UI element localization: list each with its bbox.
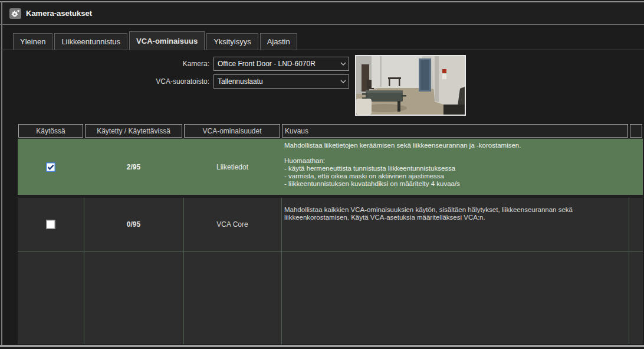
tab-liikkeentunnistus[interactable]: Liikkeentunnistus bbox=[54, 33, 127, 50]
vca-stream-label: VCA-suoratoisto: bbox=[133, 77, 209, 86]
tab-panel-border bbox=[0, 50, 644, 50]
vca-core-checkbox[interactable] bbox=[46, 220, 55, 229]
window-bottom-border bbox=[0, 345, 644, 347]
feature-name: VCA Core bbox=[183, 198, 281, 251]
vca-stream-select-value: Tallennuslaatu bbox=[214, 77, 338, 86]
tab-ajastin[interactable]: Ajastin bbox=[260, 33, 297, 50]
chevron-down-icon bbox=[338, 62, 349, 66]
camera-select[interactable]: Office Front Door - LND-6070R bbox=[213, 57, 349, 71]
camera-label: Kamera: bbox=[133, 60, 209, 68]
column-header-spacer bbox=[630, 124, 642, 138]
titlebar-separator bbox=[0, 24, 644, 25]
feature-name: Liiketiedot bbox=[183, 139, 281, 195]
vca-feature-table: 2/95 Liiketiedot Mahdollistaa liiketieto… bbox=[18, 138, 643, 344]
camera-settings-window: Kamera-asetukset Yleinen Liikkeentunnist… bbox=[0, 0, 644, 349]
used-available-value: 0/95 bbox=[84, 198, 183, 251]
camera-preview-image bbox=[355, 55, 466, 116]
vca-stream-select[interactable]: Tallennuslaatu bbox=[213, 74, 349, 89]
tab-vca-ominaisuus[interactable]: VCA-ominaisuus bbox=[129, 31, 205, 50]
grid-line bbox=[18, 251, 643, 252]
tab-yleinen[interactable]: Yleinen bbox=[13, 33, 52, 50]
column-header-enabled: Käytössä bbox=[18, 124, 83, 138]
feature-description: Mahdollistaa liiketietojen keräämisen se… bbox=[284, 142, 632, 188]
column-header-description: Kuvaus bbox=[282, 124, 628, 138]
tab-yksityisyys[interactable]: Yksityisyys bbox=[206, 33, 258, 50]
used-available-value: 2/95 bbox=[84, 139, 183, 195]
camera-select-value: Office Front Door - LND-6070R bbox=[214, 60, 338, 68]
table-row-vca-core[interactable]: 0/95 VCA Core Mahdollistaa kaikkien VCA-… bbox=[18, 198, 643, 251]
window-title: Kamera-asetukset bbox=[26, 9, 92, 18]
column-header-vca-features: VCA-ominaisuudet bbox=[184, 124, 280, 138]
column-header-used-available: Käytetty / Käytettävissä bbox=[85, 124, 182, 138]
tab-bar: Yleinen Liikkeentunnistus VCA-ominaisuus… bbox=[13, 32, 297, 50]
table-row-liiketiedot[interactable]: 2/95 Liiketiedot Mahdollistaa liiketieto… bbox=[18, 139, 643, 195]
title-bar[interactable]: Kamera-asetukset bbox=[2, 2, 643, 24]
chevron-down-icon bbox=[338, 80, 349, 83]
window-left-border bbox=[1, 1, 2, 347]
liiketiedot-checkbox[interactable] bbox=[46, 162, 55, 172]
camera-gear-icon bbox=[9, 8, 21, 19]
feature-description: Mahdollistaa kaikkien VCA-ominaisuuksien… bbox=[284, 206, 632, 221]
